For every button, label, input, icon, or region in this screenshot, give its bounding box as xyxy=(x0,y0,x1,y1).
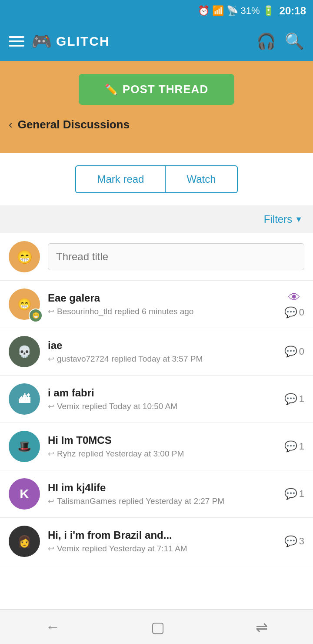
thread-reply-time: replied Today at 3:57 PM xyxy=(111,354,203,364)
filters-button[interactable]: Filters ▼ xyxy=(264,213,303,225)
home-button[interactable]: ▢ xyxy=(142,614,173,640)
thread-item[interactable]: 👩 Hi, i i'm from Brazil and... ↩ Vemix r… xyxy=(0,518,313,565)
signal-icon: 📡 xyxy=(226,5,238,17)
thread-info: Hi, i i'm from Brazil and... ↩ Vemix rep… xyxy=(48,529,276,553)
watched-icon: 👁 xyxy=(288,290,300,305)
avatar-emoji: 😁 xyxy=(17,249,33,265)
avatar-wrap: 🎩 xyxy=(9,431,40,462)
thread-author: Ryhz xyxy=(57,449,76,459)
reply-icon: ↩ xyxy=(48,354,54,364)
thread-right: 👁 💬 0 xyxy=(284,290,304,319)
post-thread-button[interactable]: ✏️ POST THREAD xyxy=(79,74,234,105)
thread-title: i am fabri xyxy=(48,387,276,399)
nav-right: 🎧 🔍 xyxy=(256,32,304,50)
avatar-content: 🎩 xyxy=(17,440,31,453)
reply-icon: ↩ xyxy=(48,449,54,459)
comment-icon: 💬 xyxy=(284,393,297,405)
comment-count: 💬 3 xyxy=(284,535,304,547)
thread-author: gustavo72724 xyxy=(57,354,109,364)
thread-item[interactable]: 🏙 i am fabri ↩ Vemix replied Today at 10… xyxy=(0,376,313,423)
thread-meta: ↩ TalismanGames replied Yesterday at 2:2… xyxy=(48,496,276,506)
thread-list: 😁 😁 😁 Eae galera ↩ Besourinho_tld replie… xyxy=(0,233,313,565)
comment-count: 💬 1 xyxy=(284,488,304,500)
user-avatar: 😁 xyxy=(9,241,40,272)
comment-number: 0 xyxy=(299,346,304,357)
back-arrow-icon: ‹ xyxy=(9,118,13,131)
avatar-content: 🏙 xyxy=(19,392,30,406)
battery-icon: 🔋 xyxy=(263,5,274,17)
chevron-down-icon: ▼ xyxy=(295,215,303,224)
reply-icon: ↩ xyxy=(48,307,54,316)
watch-button[interactable]: Watch xyxy=(165,165,237,193)
recents-button[interactable]: ⇌ xyxy=(247,614,276,640)
thread-avatar: 🎩 xyxy=(9,431,40,462)
thread-reply-time: replied Yesterday at 2:27 PM xyxy=(119,496,224,506)
thread-author: Besourinho_tld xyxy=(57,307,112,316)
bottom-nav: ← ▢ ⇌ xyxy=(0,609,313,644)
avatar-wrap: 💀 xyxy=(9,336,40,367)
thread-info: iae ↩ gustavo72724 replied Today at 3:57… xyxy=(48,339,276,364)
breadcrumb[interactable]: ‹ General Discussions xyxy=(9,118,304,131)
top-nav: 🎮 GLITCH 🎧 🔍 xyxy=(0,22,313,61)
thread-right: 💬 1 xyxy=(284,440,304,453)
thread-title: Hi Im T0MCS xyxy=(48,434,276,446)
avatar-content: 😁 xyxy=(17,298,31,311)
thread-author: Vemix xyxy=(57,402,80,411)
thread-meta: ↩ Vemix replied Today at 10:50 AM xyxy=(48,402,276,411)
battery-text: 31% xyxy=(241,5,260,17)
banner-area: ✏️ POST THREAD ‹ General Discussions xyxy=(0,61,313,153)
comment-number: 1 xyxy=(299,488,304,500)
hamburger-menu[interactable] xyxy=(9,36,24,47)
logo-area: 🎮 GLITCH xyxy=(31,32,110,51)
mark-read-button[interactable]: Mark read xyxy=(75,165,165,193)
wifi-icon: 📶 xyxy=(212,5,224,17)
thread-avatar: 👩 xyxy=(9,526,40,557)
alarm-icon: ⏰ xyxy=(198,5,210,17)
thread-right: 💬 0 xyxy=(284,345,304,358)
comment-count: 💬 0 xyxy=(284,306,304,319)
thread-avatar: 💀 xyxy=(9,336,40,367)
thread-reply-time: replied 6 minutes ago xyxy=(115,307,194,316)
thread-item[interactable]: K HI im kj4life ↩ TalismanGames replied … xyxy=(0,470,313,518)
avatar-wrap: 🏙 xyxy=(9,383,40,415)
thread-right: 💬 1 xyxy=(284,488,304,500)
comment-count: 💬 0 xyxy=(284,345,304,358)
status-time: 20:18 xyxy=(280,5,306,17)
thread-reply-time: replied Yesterday at 3:00 PM xyxy=(78,449,184,459)
status-bar: ⏰ 📶 📡 31% 🔋 20:18 xyxy=(0,0,313,22)
pencil-icon: ✏️ xyxy=(105,84,118,96)
thread-reply-time: replied Yesterday at 7:11 AM xyxy=(82,544,187,553)
thread-meta: ↩ gustavo72724 replied Today at 3:57 PM xyxy=(48,354,276,364)
nav-left: 🎮 GLITCH xyxy=(9,32,110,51)
avatar-wrap: K xyxy=(9,478,40,510)
thread-right: 💬 3 xyxy=(284,535,304,547)
app-name: GLITCH xyxy=(56,34,110,49)
thread-info: i am fabri ↩ Vemix replied Today at 10:5… xyxy=(48,387,276,411)
thread-item[interactable]: 🎩 Hi Im T0MCS ↩ Ryhz replied Yesterday a… xyxy=(0,423,313,470)
search-icon[interactable]: 🔍 xyxy=(285,32,304,50)
comment-icon: 💬 xyxy=(284,440,297,453)
thread-meta: ↩ Besourinho_tld replied 6 minutes ago xyxy=(48,307,276,316)
comment-number: 1 xyxy=(299,393,304,405)
thread-right: 💬 1 xyxy=(284,393,304,405)
back-button[interactable]: ← xyxy=(37,614,69,640)
thread-info: Eae galera ↩ Besourinho_tld replied 6 mi… xyxy=(48,292,276,316)
logo-icon: 🎮 xyxy=(31,32,52,51)
comment-count: 💬 1 xyxy=(284,440,304,453)
thread-title-row: 😁 xyxy=(0,233,313,281)
status-icons: ⏰ 📶 📡 31% 🔋 xyxy=(198,5,274,17)
thread-title-input[interactable] xyxy=(48,243,304,270)
thread-meta: ↩ Vemix replied Yesterday at 7:11 AM xyxy=(48,544,276,553)
filters-label: Filters xyxy=(264,213,292,225)
filters-bar: Filters ▼ xyxy=(0,205,313,233)
reply-icon: ↩ xyxy=(48,402,54,411)
thread-avatar: 🏙 xyxy=(9,383,40,415)
avatar-wrap: 👩 xyxy=(9,526,40,557)
thread-reply-time: replied Today at 10:50 AM xyxy=(82,402,177,411)
thread-author: Vemix xyxy=(57,544,80,553)
thread-item[interactable]: 💀 iae ↩ gustavo72724 replied Today at 3:… xyxy=(0,328,313,376)
comment-icon: 💬 xyxy=(284,345,297,358)
thread-item[interactable]: 😁 😁 Eae galera ↩ Besourinho_tld replied … xyxy=(0,281,313,328)
avatar-content: 💀 xyxy=(17,345,31,359)
headphones-icon[interactable]: 🎧 xyxy=(256,32,276,50)
